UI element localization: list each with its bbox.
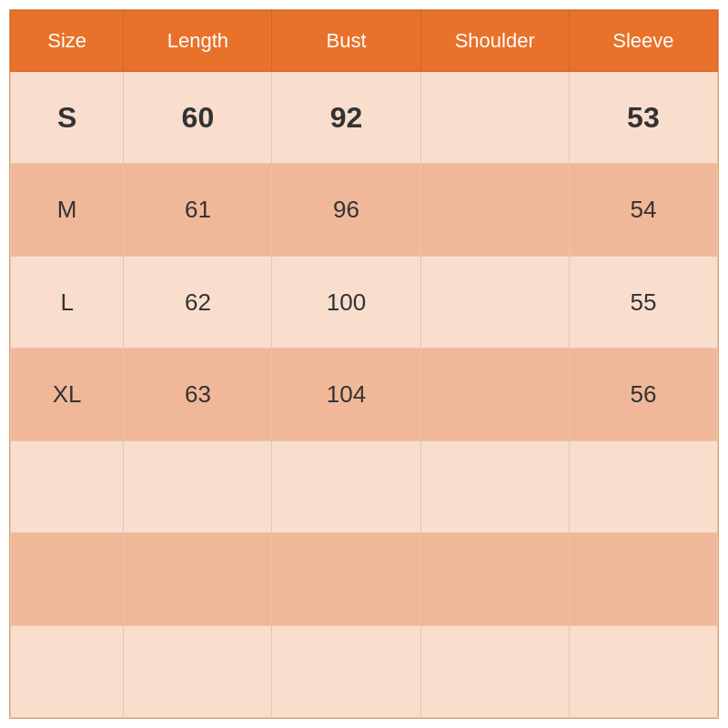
table-row: XL6310456 (11, 349, 718, 440)
header-bust: Bust (272, 11, 420, 72)
cell-shoulder (420, 533, 569, 625)
cell-length (124, 625, 272, 717)
size-chart-container: Size Length Bust Shoulder Sleeve S609253… (9, 9, 719, 719)
cell-sleeve (569, 625, 717, 717)
cell-size: M (11, 164, 124, 256)
size-chart-table: Size Length Bust Shoulder Sleeve S609253… (10, 10, 718, 718)
cell-shoulder (420, 256, 569, 348)
table-header-row: Size Length Bust Shoulder Sleeve (11, 11, 718, 72)
cell-shoulder (420, 72, 569, 164)
cell-size (11, 625, 124, 717)
cell-size: S (11, 72, 124, 164)
cell-bust: 100 (272, 256, 420, 348)
cell-sleeve: 54 (569, 164, 717, 256)
cell-length: 62 (124, 256, 272, 348)
cell-length: 61 (124, 164, 272, 256)
header-sleeve: Sleeve (569, 11, 717, 72)
cell-length (124, 533, 272, 625)
header-length: Length (124, 11, 272, 72)
cell-bust: 104 (272, 349, 420, 440)
table-row: S609253 (11, 72, 718, 164)
cell-length: 60 (124, 72, 272, 164)
cell-bust: 96 (272, 164, 420, 256)
cell-length (124, 440, 272, 532)
cell-sleeve: 53 (569, 72, 717, 164)
cell-sleeve: 55 (569, 256, 717, 348)
cell-sleeve: 56 (569, 349, 717, 440)
cell-size (11, 440, 124, 532)
cell-sleeve (569, 440, 717, 532)
cell-length: 63 (124, 349, 272, 440)
header-shoulder: Shoulder (420, 11, 569, 72)
cell-bust (272, 533, 420, 625)
table-row (11, 625, 718, 717)
cell-bust (272, 440, 420, 532)
cell-shoulder (420, 440, 569, 532)
cell-sleeve (569, 533, 717, 625)
cell-bust: 92 (272, 72, 420, 164)
table-body: S609253M619654L6210055XL6310456 (11, 72, 718, 718)
table-row: L6210055 (11, 256, 718, 348)
cell-size: L (11, 256, 124, 348)
cell-shoulder (420, 164, 569, 256)
table-row: M619654 (11, 164, 718, 256)
cell-size (11, 533, 124, 625)
cell-bust (272, 625, 420, 717)
cell-shoulder (420, 349, 569, 440)
header-size: Size (11, 11, 124, 72)
cell-shoulder (420, 625, 569, 717)
cell-size: XL (11, 349, 124, 440)
table-row (11, 440, 718, 532)
table-row (11, 533, 718, 625)
